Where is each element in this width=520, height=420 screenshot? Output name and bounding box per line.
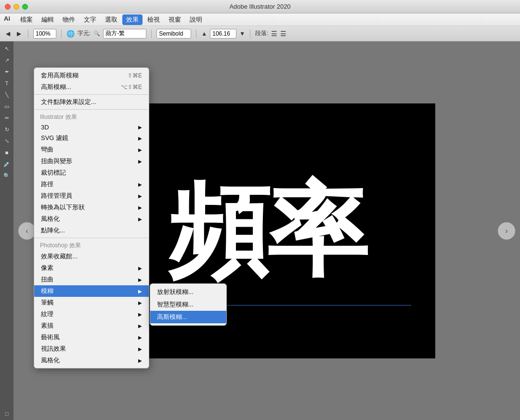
section-photoshop-label: Photoshop 效果 [34, 240, 149, 251]
menu-pathfinder[interactable]: 路徑管理員 ▶ [34, 190, 149, 202]
minimize-button[interactable] [13, 4, 19, 10]
menu-brush[interactable]: 筆觸 ▶ [34, 297, 149, 308]
tool-pen[interactable]: ✒ [1, 66, 12, 77]
blur-gaussian[interactable]: 高斯模糊... [150, 311, 226, 323]
menu-item-file[interactable]: 檔案 [16, 14, 37, 25]
menu-apply-gaussian[interactable]: 套用高斯模糊 ⇧⌘E [34, 70, 149, 81]
menu-divider-1 [34, 94, 149, 95]
toolbar-separator-1 [28, 29, 28, 38]
tool-scale[interactable]: ⤡ [1, 136, 12, 146]
blur-submenu[interactable]: 放射狀模糊... 智慧型模糊... 高斯模糊... [150, 283, 227, 326]
toolbar-align-center-icon[interactable]: ☰ [280, 30, 286, 38]
chevron-left-icon: ‹ [26, 227, 28, 235]
menu-distort-ps[interactable]: 扭曲 ▶ [34, 274, 149, 285]
toolbar-arrow-right[interactable]: ▶ [15, 30, 23, 37]
menu-item-type[interactable]: 文字 [80, 14, 100, 25]
menu-texture[interactable]: 紋理 ▶ [34, 308, 149, 320]
main-area: ↖ ↗ ✒ T ╲ ▭ ✏ ↻ ⤡ ■ 💉 🔍 □ ‹ 頻率 › [0, 41, 520, 420]
menu-svg-filter[interactable]: SVG 濾鏡 ▶ [34, 132, 149, 144]
font-weight-input[interactable] [156, 29, 191, 38]
zoom-input[interactable]: 100% [33, 29, 56, 38]
blur-smart[interactable]: 智慧型模糊... [150, 298, 226, 311]
toolbar-separator-2 [61, 29, 62, 38]
menu-divider-2 [34, 109, 149, 110]
tools-panel: ↖ ↗ ✒ T ╲ ▭ ✏ ↻ ⤡ ■ 💉 🔍 □ [0, 41, 13, 420]
tool-zoom[interactable]: 🔍 [1, 170, 12, 181]
menu-convert-shape[interactable]: 轉換為以下形狀 ▶ [34, 202, 149, 213]
tool-brush[interactable]: ✏ [1, 113, 12, 123]
toolbar-separator-5 [250, 29, 250, 38]
menu-path[interactable]: 路徑 ▶ [34, 178, 149, 190]
menu-distort[interactable]: 扭曲與變形 ▶ [34, 155, 149, 167]
blur-radial[interactable]: 放射狀模糊... [150, 286, 226, 298]
app-title: Adobe Illustrator 2020 [229, 3, 290, 10]
menu-bar: Ai 檔案 編輯 物件 文字 選取 效果 檢視 視窗 說明 [0, 13, 520, 26]
section-illustrator-label: Illustrator 效果 [34, 111, 149, 122]
title-bar: Adobe Illustrator 2020 [0, 0, 520, 13]
menu-item-select[interactable]: 選取 [101, 14, 121, 25]
menu-stylize-ps[interactable]: 風格化 ▶ [34, 355, 149, 366]
toolbar: ◀ ▶ 100% 🌐 字元: 🔍 ▲ ▼ 段落: ☰ ☰ [0, 26, 520, 41]
menu-warp[interactable]: 彎曲 ▶ [34, 144, 149, 155]
menu-crop-marks[interactable]: 裁切標記 [34, 167, 149, 178]
font-size-input[interactable] [210, 29, 236, 38]
tool-rect[interactable]: ▭ [1, 101, 12, 112]
close-button[interactable] [5, 4, 11, 10]
tool-eyedropper[interactable]: 💉 [1, 159, 12, 169]
artboard-text: 頻率 [168, 180, 365, 281]
toolbar-arrow-left[interactable]: ◀ [4, 30, 12, 37]
maximize-button[interactable] [22, 4, 28, 10]
canvas-area: ‹ 頻率 › 套用高斯模糊 ⇧⌘E 高斯模糊... ⌥⇧⌘E [13, 41, 520, 420]
menu-doc-raster[interactable]: 文件點陣效果設定... [34, 96, 149, 108]
menu-item-window[interactable]: 視窗 [165, 14, 185, 25]
menu-stylize-ai[interactable]: 風格化 ▶ [34, 213, 149, 225]
chevron-right-icon: › [505, 227, 507, 235]
tool-fill[interactable]: □ [1, 408, 12, 419]
toolbar-separator-4 [196, 29, 196, 38]
menu-gaussian[interactable]: 高斯模糊... ⌥⇧⌘E [34, 81, 149, 93]
menu-item-view[interactable]: 檢視 [143, 14, 164, 25]
nav-arrow-right[interactable]: › [498, 222, 515, 240]
traffic-lights [5, 4, 28, 10]
toolbar-font-size-down[interactable]: ▼ [239, 30, 245, 37]
nav-arrow-left[interactable]: ‹ [18, 222, 36, 240]
menu-item-edit[interactable]: 編輯 [38, 14, 58, 25]
app-icon: Ai [4, 15, 13, 25]
menu-divider-3 [34, 238, 149, 238]
toolbar-font-label: 字元: [78, 29, 91, 38]
toolbar-search-icon: 🔍 [93, 30, 100, 37]
toolbar-align-left-icon[interactable]: ☰ [271, 30, 277, 38]
menu-artistic[interactable]: 藝術風 ▶ [34, 331, 149, 343]
tool-gradient[interactable]: ■ [1, 147, 12, 158]
tool-line[interactable]: ╲ [1, 89, 12, 100]
menu-video[interactable]: 視訊效果 ▶ [34, 343, 149, 355]
tool-rotate[interactable]: ↻ [1, 124, 12, 135]
toolbar-separator-3 [151, 29, 152, 38]
menu-item-help[interactable]: 說明 [186, 14, 206, 25]
tool-select[interactable]: ↖ [1, 43, 12, 54]
toolbar-paragraph-label: 段落: [255, 29, 268, 38]
menu-pixel[interactable]: 像素 ▶ [34, 262, 149, 274]
menu-effect-gallery[interactable]: 效果收藏館... [34, 251, 149, 262]
menu-blur[interactable]: 模糊 ▶ 放射狀模糊... 智慧型模糊... 高斯模糊... [34, 285, 149, 297]
menu-rasterize[interactable]: 點陣化... [34, 225, 149, 236]
toolbar-font-size-up[interactable]: ▲ [201, 30, 207, 37]
tool-direct-select[interactable]: ↗ [1, 55, 12, 65]
font-name-input[interactable] [103, 29, 146, 38]
toolbar-globe-icon: 🌐 [66, 30, 75, 38]
menu-sketch[interactable]: 素描 ▶ [34, 320, 149, 331]
menu-item-object[interactable]: 物件 [59, 14, 79, 25]
menu-3d[interactable]: 3D ▶ [34, 122, 149, 132]
tool-type[interactable]: T [1, 78, 12, 89]
effect-menu[interactable]: 套用高斯模糊 ⇧⌘E 高斯模糊... ⌥⇧⌘E 文件點陣效果設定... Illu… [34, 67, 149, 369]
menu-item-effect[interactable]: 效果 [122, 14, 143, 25]
